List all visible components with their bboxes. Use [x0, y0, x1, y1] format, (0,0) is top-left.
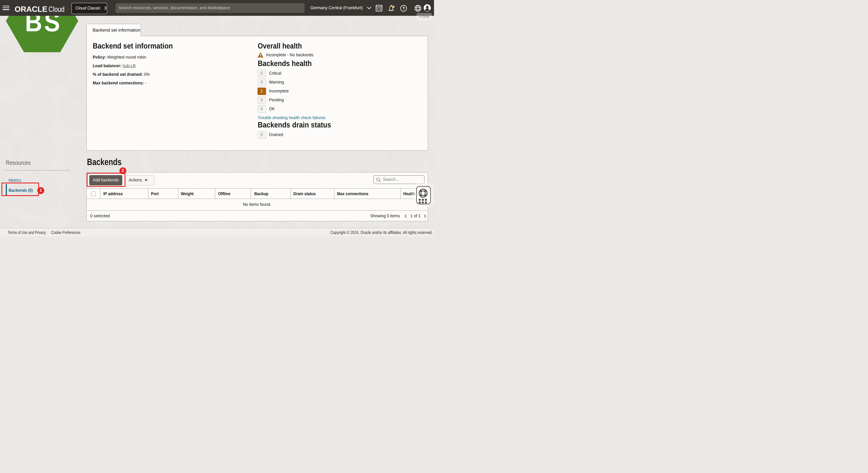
- svg-text:?: ?: [402, 6, 405, 11]
